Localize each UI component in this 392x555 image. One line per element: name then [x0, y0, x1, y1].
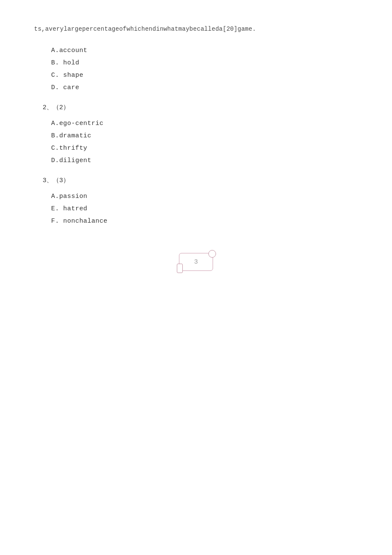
page-number: 3: [194, 259, 198, 266]
section2-block: A.ego-centric B.dramatic C.thrifty D.dil…: [34, 117, 358, 167]
s2-option-d: D.diligent: [34, 154, 358, 167]
page-indicator: 3: [34, 253, 358, 271]
header-text: ts,averylargepercentageofwhichendinwhatm…: [34, 26, 358, 32]
s3-option-e: E. hatred: [34, 203, 358, 215]
q1-option-a: A.account: [34, 44, 358, 57]
q1-option-b: B. hold: [34, 57, 358, 69]
s2-option-a: A.ego-centric: [34, 117, 358, 130]
section3-label: 3、（3）: [43, 176, 358, 184]
section2-label: 2、（2）: [43, 103, 358, 111]
s2-option-b: B.dramatic: [34, 130, 358, 142]
s3-option-f: F. nonchalance: [34, 215, 358, 227]
section3-block: A.passion E. hatred F. nonchalance: [34, 190, 358, 227]
s2-option-c: C.thrifty: [34, 142, 358, 154]
s3-option-a: A.passion: [34, 190, 358, 203]
page-badge-outer: 3: [179, 253, 213, 271]
q1-option-c: C. shape: [34, 69, 358, 81]
q1-option-d: D. care: [34, 81, 358, 94]
page-badge: 3: [179, 253, 213, 271]
question1-block: A.account B. hold C. shape D. care: [34, 44, 358, 94]
